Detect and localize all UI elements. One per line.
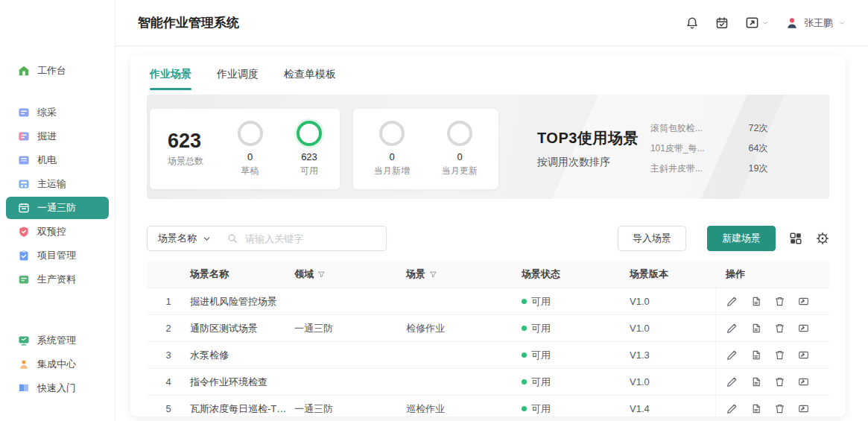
month-updated-value: 0 bbox=[442, 151, 478, 162]
draft-label: 草稿 bbox=[238, 165, 263, 177]
filter-funnel-icon[interactable] bbox=[429, 270, 437, 279]
table-header-row: 场景名称 领域 场景 场景状态 场景版本 操作 bbox=[147, 261, 829, 288]
delete-icon[interactable] bbox=[774, 403, 785, 414]
sidebar-item-zhuyunshu[interactable]: 主运输 bbox=[6, 173, 109, 195]
row-index: 5 bbox=[147, 403, 190, 414]
status-cell: 可用 bbox=[522, 295, 630, 308]
share-icon[interactable] bbox=[798, 296, 809, 307]
top3-item: 滚筒包胶检... 72次 bbox=[650, 118, 768, 139]
stats-banner: 623 场景总数 0 草稿 623 可用 0 当月新增 bbox=[147, 95, 829, 199]
delete-icon[interactable] bbox=[774, 376, 785, 387]
screen-share-icon[interactable] bbox=[745, 16, 769, 30]
col-scene: 场景 bbox=[406, 268, 522, 281]
card-view-icon[interactable] bbox=[789, 232, 802, 245]
row-actions bbox=[715, 342, 829, 368]
sidebar-item-juejin[interactable]: 掘进 bbox=[6, 125, 109, 148]
status-text: 可用 bbox=[531, 349, 551, 361]
sidebar-item-label: 双预控 bbox=[37, 225, 66, 238]
workbench-icon bbox=[18, 65, 30, 77]
col-actions: 操作 bbox=[715, 261, 829, 288]
status-dot bbox=[522, 299, 527, 304]
top3-item-name: 滚筒包胶检... bbox=[650, 122, 703, 135]
sidebar-item-workbench[interactable]: 工作台 bbox=[6, 60, 109, 82]
sidebar-item-xiangmu[interactable]: 项目管理 bbox=[6, 244, 109, 267]
import-scene-button[interactable]: 导入场景 bbox=[618, 226, 686, 251]
col-domain: 领域 bbox=[294, 268, 406, 281]
filter-funnel-icon[interactable] bbox=[317, 270, 326, 279]
draft-value: 0 bbox=[238, 151, 263, 162]
tab-zuoye-diaodu[interactable]: 作业调度 bbox=[217, 68, 259, 90]
table-row: 1 掘进机风险管控场景 可用 V1.0 bbox=[147, 288, 829, 315]
available-value: 623 bbox=[297, 151, 322, 162]
copy-icon[interactable] bbox=[750, 296, 761, 307]
top3-item: 主斜井皮带... 19次 bbox=[650, 159, 768, 179]
delete-icon[interactable] bbox=[774, 296, 785, 307]
scene-name-cell: 瓦斯浓度每日巡检-TF... bbox=[190, 402, 294, 416]
chevron-down-icon bbox=[838, 19, 846, 27]
version-cell: V1.0 bbox=[630, 376, 715, 387]
dual-control-shield-icon bbox=[18, 226, 30, 238]
delete-icon[interactable] bbox=[774, 323, 785, 334]
sidebar-item-zongcai[interactable]: 综采 bbox=[6, 101, 109, 124]
share-icon[interactable] bbox=[798, 349, 809, 361]
top3-subtitle: 按调用次数排序 bbox=[537, 156, 639, 169]
table-row: 5 瓦斯浓度每日巡检-TF... 一通三防 巡检作业 可用 V1.4 bbox=[147, 396, 829, 421]
user-menu[interactable]: 张王鹏 bbox=[785, 16, 846, 30]
copy-icon[interactable] bbox=[750, 376, 761, 387]
status-cell: 可用 bbox=[522, 402, 630, 416]
notification-bell-icon[interactable] bbox=[685, 16, 699, 30]
copy-icon[interactable] bbox=[750, 349, 761, 361]
sidebar-item-jidian[interactable]: 机电 bbox=[6, 149, 109, 171]
row-index: 4 bbox=[147, 376, 190, 387]
edit-icon[interactable] bbox=[726, 403, 738, 414]
create-scene-button[interactable]: 新建场景 bbox=[707, 226, 776, 251]
table-row: 2 通防区测试场景 一通三防 检修作业 可用 V1.0 bbox=[147, 315, 829, 342]
top3-item-name: 101皮带_每... bbox=[650, 142, 705, 155]
sidebar-item-shengchanziliao[interactable]: 生产资料 bbox=[6, 268, 109, 291]
delete-icon[interactable] bbox=[774, 349, 785, 361]
scenes-table: 场景名称 领域 场景 场景状态 场景版本 操作 1 掘进机风险管控场景 bbox=[147, 261, 829, 421]
calendar-icon[interactable] bbox=[715, 16, 729, 30]
sidebar-item-shuangyukong[interactable]: 双预控 bbox=[6, 221, 109, 243]
edit-icon[interactable] bbox=[726, 376, 738, 387]
row-index: 1 bbox=[147, 296, 190, 307]
tab-zuoye-changjing[interactable]: 作业场景 bbox=[150, 68, 191, 90]
sidebar-item-label: 生产资料 bbox=[37, 273, 76, 286]
sidebar-item-kuaisu[interactable]: 快速入门 bbox=[6, 377, 109, 399]
month-new-ring bbox=[379, 121, 405, 146]
top3-list: 滚筒包胶检... 72次 101皮带_每... 64次 主斜井皮带... 19次 bbox=[650, 118, 768, 179]
sidebar-item-label: 主运输 bbox=[37, 177, 66, 191]
search-field-selector[interactable]: 场景名称 bbox=[148, 232, 220, 245]
production-data-icon bbox=[18, 273, 30, 285]
monthly-stats-card: 0 当月新增 0 当月更新 bbox=[353, 109, 498, 189]
quickstart-book-icon bbox=[18, 382, 30, 394]
column-settings-gear-icon[interactable] bbox=[816, 232, 829, 245]
edit-icon[interactable] bbox=[726, 323, 738, 334]
share-icon[interactable] bbox=[798, 376, 809, 387]
share-icon[interactable] bbox=[798, 403, 809, 414]
version-cell: V1.0 bbox=[630, 323, 715, 334]
sidebar-item-xitongguanli[interactable]: 系统管理 bbox=[6, 329, 109, 352]
month-new-label: 当月新增 bbox=[374, 165, 410, 177]
scene-name-cell: 指令作业环境检查 bbox=[190, 376, 294, 389]
sidebar-item-yitongsanfang[interactable]: 一通三防 bbox=[6, 197, 109, 219]
sidebar-item-jicheng[interactable]: 集成中心 bbox=[6, 353, 109, 376]
edit-icon[interactable] bbox=[726, 349, 738, 361]
month-new-block: 0 当月新增 bbox=[374, 121, 410, 177]
share-icon[interactable] bbox=[798, 323, 809, 334]
integration-center-icon bbox=[18, 358, 30, 370]
domain-cell: 一通三防 bbox=[294, 402, 406, 416]
edit-icon[interactable] bbox=[726, 296, 738, 307]
chevron-down-icon bbox=[761, 19, 769, 27]
copy-icon[interactable] bbox=[750, 403, 761, 414]
search-input[interactable] bbox=[244, 232, 386, 245]
row-index: 3 bbox=[147, 349, 190, 361]
tab-jianchadan-muban[interactable]: 检查单模板 bbox=[284, 68, 336, 90]
table-row: 3 水泵检修 可用 V1.3 bbox=[147, 342, 829, 369]
row-actions bbox=[715, 369, 829, 395]
chevron-down-icon bbox=[203, 235, 211, 243]
sidebar-item-label: 项目管理 bbox=[37, 249, 76, 262]
transport-icon bbox=[18, 178, 30, 190]
copy-icon[interactable] bbox=[750, 323, 761, 334]
sidebar-item-label: 集成中心 bbox=[37, 358, 76, 371]
